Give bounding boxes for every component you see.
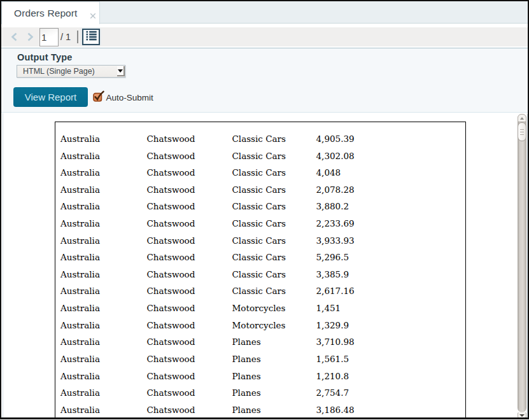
scroll-down-icon <box>519 414 525 417</box>
table-cell-city: Chatswood <box>147 333 232 351</box>
table-cell-product_line: Classic Cars <box>232 130 316 148</box>
scrollbar-up-button[interactable] <box>518 114 526 122</box>
table-cell-city: Chatswood <box>147 317 232 334</box>
select-dropdown-button[interactable] <box>117 66 125 76</box>
scrollbar-grip <box>520 132 524 132</box>
table-cell-city: Chatswood <box>147 283 232 300</box>
table-cell-product_line: Motorcycles <box>232 300 316 317</box>
output-type-select[interactable]: HTML (Single Page) <box>17 65 125 78</box>
table-cell-city: Chatswood <box>147 164 232 181</box>
table-cell-amount: 2,078.28 <box>316 181 466 199</box>
table-cell-product_line: Classic Cars <box>232 266 316 283</box>
view-report-button[interactable]: View Report <box>13 87 88 107</box>
table-cell-amount: 1,329.9 <box>316 317 466 334</box>
table-row: AustraliaChatswoodMotorcycles1,451 <box>55 300 465 317</box>
table-cell-city: Chatswood <box>147 368 232 385</box>
table-cell-city: Chatswood <box>147 181 232 199</box>
table-cell-city: Chatswood <box>147 266 232 283</box>
table-row: AustraliaChatswoodPlanes1,210.8 <box>55 368 465 385</box>
table-cell-city: Chatswood <box>147 351 232 368</box>
report-viewer-window: Orders Report / 1 <box>0 0 529 420</box>
table-cell-country: Australia <box>60 232 147 249</box>
table-cell-amount: 4,302.08 <box>316 148 466 165</box>
table-cell-country: Australia <box>60 351 147 368</box>
table-cell-country: Australia <box>60 266 147 283</box>
previous-page-icon[interactable] <box>10 32 19 44</box>
table-cell-city: Chatswood <box>147 215 232 232</box>
table-row: AustraliaChatswoodMotorcycles1,329.9 <box>55 317 465 334</box>
table-row: AustraliaChatswoodClassic Cars4,302.08 <box>55 148 465 165</box>
vertical-scrollbar[interactable] <box>518 114 526 419</box>
table-cell-amount: 1,210.8 <box>316 368 466 385</box>
table-cell-amount: 2,754.7 <box>316 384 466 402</box>
table-row: AustraliaChatswoodClassic Cars2,233.69 <box>55 215 465 232</box>
table-cell-country: Australia <box>60 215 147 232</box>
table-cell-city: Chatswood <box>147 198 232 215</box>
table-cell-product_line: Classic Cars <box>232 249 316 266</box>
auto-submit-label: Auto-Submit <box>106 93 153 102</box>
auto-submit-control[interactable]: Auto-Submit <box>93 90 153 104</box>
table-cell-amount: 3,880.2 <box>316 198 466 215</box>
table-cell-amount: 3,710.98 <box>316 333 466 351</box>
table-cell-amount: 2,617.16 <box>316 283 466 300</box>
table-cell-country: Australia <box>60 317 147 334</box>
table-cell-country: Australia <box>60 384 147 402</box>
table-cell-product_line: Planes <box>232 402 316 417</box>
bullet-list-icon <box>86 31 97 43</box>
table-cell-city: Chatswood <box>147 402 232 417</box>
table-cell-product_line: Motorcycles <box>232 317 316 334</box>
table-cell-country: Australia <box>60 130 147 148</box>
table-cell-amount: 3,385.9 <box>316 266 466 283</box>
table-of-contents-button[interactable] <box>82 29 100 45</box>
table-cell-country: Australia <box>60 249 147 266</box>
table-cell-product_line: Classic Cars <box>232 283 316 300</box>
table-cell-product_line: Planes <box>232 333 316 351</box>
toolbar-separator <box>77 31 78 43</box>
scrollbar-down-button[interactable] <box>518 412 526 419</box>
table-cell-amount: 4,048 <box>316 164 466 181</box>
scrollbar-thumb[interactable] <box>518 122 526 141</box>
table-cell-product_line: Classic Cars <box>232 232 316 249</box>
table-row: AustraliaChatswoodClassic Cars5,296.5 <box>55 249 465 266</box>
page-number-input[interactable] <box>39 28 59 46</box>
table-cell-country: Australia <box>60 300 147 317</box>
tab-title: Orders Report <box>14 8 78 19</box>
table-cell-country: Australia <box>60 368 147 385</box>
table-cell-city: Chatswood <box>147 300 232 317</box>
close-icon[interactable] <box>90 10 96 17</box>
auto-submit-checkbox[interactable] <box>93 90 105 104</box>
table-cell-amount: 4,905.39 <box>316 130 466 148</box>
next-page-icon[interactable] <box>25 32 34 44</box>
table-cell-product_line: Planes <box>232 351 316 368</box>
dropdown-arrow-icon <box>118 69 123 73</box>
table-cell-country: Australia <box>60 333 147 351</box>
table-cell-city: Chatswood <box>147 130 232 148</box>
table-cell-city: Chatswood <box>147 249 232 266</box>
table-row: AustraliaChatswoodClassic Cars3,933.93 <box>55 232 465 249</box>
table-cell-amount: 1,451 <box>316 300 466 317</box>
table-cell-product_line: Classic Cars <box>232 181 316 199</box>
report-area-left-border <box>3 113 3 417</box>
table-row: AustraliaChatswoodPlanes3,710.98 <box>55 333 465 351</box>
table-row: AustraliaChatswoodClassic Cars4,905.39 <box>55 130 465 148</box>
table-row: AustraliaChatswoodPlanes1,561.5 <box>55 351 465 368</box>
table-row: AustraliaChatswoodClassic Cars2,617.16 <box>55 283 465 300</box>
table-cell-amount: 3,186.48 <box>316 402 466 417</box>
table-cell-country: Australia <box>60 402 147 417</box>
scrollbar-grip <box>520 134 524 135</box>
table-cell-amount: 1,561.5 <box>316 351 466 368</box>
table-cell-country: Australia <box>60 148 147 165</box>
table-cell-country: Australia <box>60 283 147 300</box>
table-row: AustraliaChatswoodPlanes2,754.7 <box>55 384 465 402</box>
output-type-selected-value: HTML (Single Page) <box>23 66 95 77</box>
scrollbar-right-border <box>527 114 528 417</box>
table-cell-amount: 3,933.93 <box>316 232 466 249</box>
table-cell-product_line: Classic Cars <box>232 215 316 232</box>
report-table: AustraliaChatswoodClassic Cars4,905.39Au… <box>55 122 466 417</box>
scrollbar-track[interactable] <box>518 114 526 412</box>
table-row: AustraliaChatswoodClassic Cars3,880.2 <box>55 198 465 215</box>
tab-orders-report[interactable]: Orders Report <box>1 1 100 24</box>
table-cell-product_line: Planes <box>232 368 316 385</box>
table-row: AustraliaChatswoodClassic Cars3,385.9 <box>55 266 465 283</box>
pagination-toolbar: / 1 <box>1 27 528 46</box>
